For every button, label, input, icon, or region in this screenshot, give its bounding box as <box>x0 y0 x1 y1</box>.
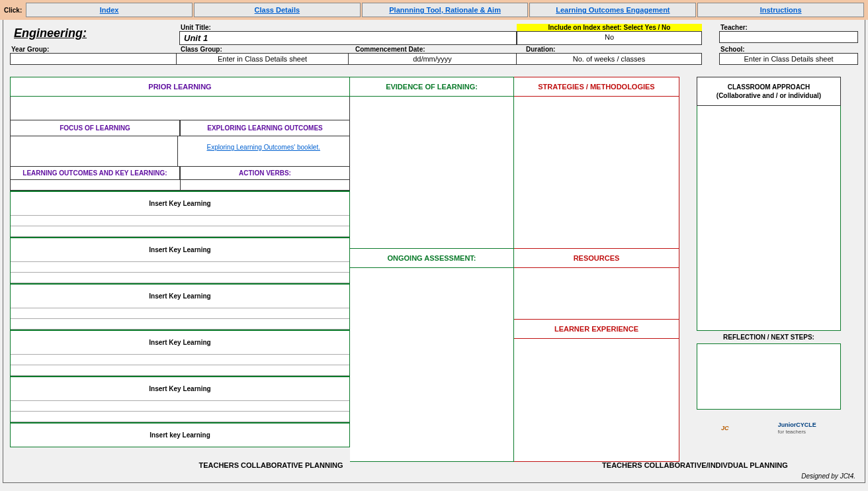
key-row[interactable] <box>11 319 349 330</box>
class-group-input[interactable]: Enter in Class Details sheet <box>177 53 349 65</box>
teacher-input[interactable] <box>719 31 858 43</box>
key-row[interactable] <box>11 262 349 273</box>
footer-collab-label: TEACHERS COLLABORATIVE PLANNING <box>10 461 532 469</box>
year-group-input[interactable] <box>10 53 177 65</box>
lo-key-learning-header: LEARNING OUTCOMES AND KEY LEARNING: <box>10 167 180 180</box>
click-label: Click: <box>4 7 22 14</box>
nav-planning-button[interactable]: Plannning Tool, Rationale & Aim <box>362 3 529 17</box>
nav-instructions-button[interactable]: Instructions <box>697 3 864 17</box>
prior-learning-box[interactable] <box>10 97 350 120</box>
mid-column: EVIDENCE OF LEARNING: ONGOING ASSESSMENT… <box>350 77 514 462</box>
classroom-approach-header: CLASSROOM APPROACH(Collaborative and / o… <box>697 77 841 106</box>
nav-class-details-button[interactable]: Class Details <box>194 3 361 17</box>
duration-label: Duration: <box>525 46 702 53</box>
school-input[interactable]: Enter in Class Details sheet <box>719 53 858 65</box>
exploring-lo-header: EXPLORING LEARNING OUTCOMES <box>180 120 350 136</box>
key-row[interactable] <box>11 226 349 237</box>
focus-of-learning-header: FOCUS OF LEARNING <box>10 120 180 136</box>
unit-title-input[interactable]: Unit 1 <box>179 31 517 45</box>
key-row[interactable] <box>11 365 349 376</box>
commencement-label: Commencement Date: <box>354 46 521 53</box>
action-verbs-header: ACTION VERBS: <box>180 167 350 180</box>
strategies-header: STRATEGIES / METHODOLOGIES <box>514 77 679 97</box>
key-row[interactable] <box>11 308 349 319</box>
strategies-box[interactable] <box>514 97 679 249</box>
left-column: PRIOR LEARNING FOCUS OF LEARNING EXPLORI… <box>10 77 350 462</box>
top-nav-bar: Click: Index Class Details Plannning Too… <box>0 0 868 20</box>
key-learning-6[interactable]: Insert key Learning <box>11 422 349 447</box>
lo-row-input[interactable] <box>10 180 181 191</box>
classroom-approach-box[interactable] <box>697 106 841 331</box>
right-column: STRATEGIES / METHODOLOGIES RESOURCES LEA… <box>514 77 679 462</box>
commencement-input[interactable]: dd/mm/yyyy <box>349 53 517 65</box>
learner-exp-box[interactable] <box>514 339 679 462</box>
key-row[interactable] <box>11 401 349 412</box>
junior-cycle-logo-icon: JuniorCYCLE for teachers <box>778 422 816 435</box>
footer-row: TEACHERS COLLABORATIVE PLANNING TEACHERS… <box>10 461 858 469</box>
reflection-header: REFLECTION / NEXT STEPS: <box>697 331 841 343</box>
designed-by-label: Designed by JCt4. <box>801 472 855 480</box>
worksheet-page: Engineering: Unit Title: Include on Inde… <box>3 20 865 483</box>
key-row[interactable] <box>11 216 349 226</box>
evidence-box[interactable] <box>350 97 514 249</box>
key-learning-3[interactable]: Insert Key Learning <box>11 283 349 308</box>
focus-of-learning-box[interactable] <box>10 136 178 167</box>
teacher-label: Teacher: <box>719 24 858 31</box>
key-row[interactable] <box>11 355 349 365</box>
far-right-column: CLASSROOM APPROACH(Collaborative and / o… <box>697 77 841 462</box>
key-learning-4[interactable]: Insert Key Learning <box>11 330 349 355</box>
include-on-index-label: Include on Index sheet: Select Yes / No <box>517 24 702 31</box>
key-row[interactable] <box>11 412 349 422</box>
evidence-header: EVIDENCE OF LEARNING: <box>350 77 514 97</box>
jct4-logo-icon: JC <box>721 425 729 431</box>
key-learning-2[interactable]: Insert Key Learning <box>11 237 349 262</box>
key-learning-1[interactable]: Insert Key Learning <box>11 191 349 216</box>
footer-indiv-label: TEACHERS COLLABORATIVE/INDIVDUAL PLANNIN… <box>532 461 858 469</box>
school-label: School: <box>719 46 858 53</box>
resources-box[interactable] <box>514 268 679 320</box>
year-group-label: Year Group: <box>10 46 175 53</box>
key-row[interactable] <box>11 273 349 283</box>
duration-input[interactable]: No. of weeks / classes <box>517 53 702 65</box>
unit-title-label: Unit Title: <box>179 24 517 31</box>
subject-title: Engineering: <box>10 24 175 45</box>
prior-learning-header: PRIOR LEARNING <box>10 77 350 97</box>
key-learning-5[interactable]: Insert Key Learning <box>11 376 349 401</box>
nav-index-button[interactable]: Index <box>26 3 193 17</box>
learner-exp-header: LEARNER EXPERIENCE <box>514 320 679 339</box>
class-group-label: Class Group: <box>179 46 350 53</box>
ongoing-header: ONGOING ASSESSMENT: <box>350 249 514 268</box>
ongoing-box[interactable] <box>350 268 514 462</box>
exploring-lo-link[interactable]: Exploring Learning Outcomes' booklet. <box>207 144 320 151</box>
resources-header: RESOURCES <box>514 249 679 268</box>
logos-row: JC JuniorCYCLE for teachers <box>697 415 841 441</box>
nav-loe-button[interactable]: Learning Outcomes Engagement <box>529 3 696 17</box>
include-on-index-select[interactable]: No <box>517 31 702 45</box>
action-verb-input[interactable] <box>181 180 351 191</box>
reflection-box[interactable] <box>697 343 841 410</box>
